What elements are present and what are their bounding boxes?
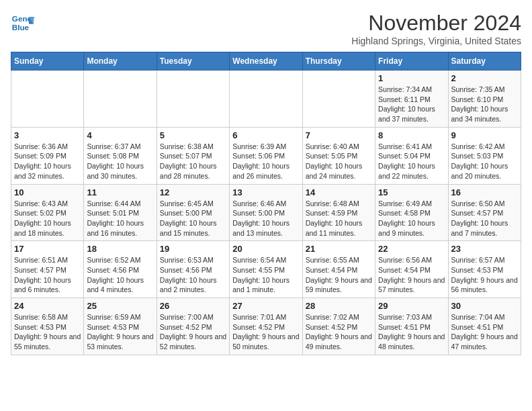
cell-info: Sunrise: 6:43 AM Sunset: 5:02 PM Dayligh… <box>14 199 81 238</box>
cell-day-number: 1 <box>378 73 445 83</box>
cell-day-number: 14 <box>306 187 372 197</box>
calendar-cell: 22Sunrise: 6:56 AM Sunset: 4:54 PM Dayli… <box>375 241 448 298</box>
calendar-cell: 20Sunrise: 6:54 AM Sunset: 4:55 PM Dayli… <box>230 241 302 298</box>
cell-day-number: 16 <box>451 187 518 197</box>
cell-day-number: 4 <box>87 130 153 140</box>
calendar-cell: 6Sunrise: 6:39 AM Sunset: 5:06 PM Daylig… <box>230 127 302 184</box>
cell-info: Sunrise: 6:40 AM Sunset: 5:05 PM Dayligh… <box>306 142 372 181</box>
calendar-cell: 23Sunrise: 6:57 AM Sunset: 4:53 PM Dayli… <box>448 241 521 298</box>
cell-info: Sunrise: 6:58 AM Sunset: 4:53 PM Dayligh… <box>14 312 81 352</box>
calendar-week-5: 24Sunrise: 6:58 AM Sunset: 4:53 PM Dayli… <box>11 298 521 355</box>
cell-info: Sunrise: 6:52 AM Sunset: 4:56 PM Dayligh… <box>87 255 153 295</box>
calendar-cell: 19Sunrise: 6:53 AM Sunset: 4:56 PM Dayli… <box>157 241 229 298</box>
calendar-cell: 24Sunrise: 6:58 AM Sunset: 4:53 PM Dayli… <box>11 298 84 355</box>
cell-day-number: 29 <box>378 301 445 311</box>
cell-info: Sunrise: 7:01 AM Sunset: 4:52 PM Dayligh… <box>232 312 299 352</box>
cell-info: Sunrise: 6:51 AM Sunset: 4:57 PM Dayligh… <box>14 255 81 295</box>
calendar-week-1: 1Sunrise: 7:34 AM Sunset: 6:11 PM Daylig… <box>11 71 521 128</box>
calendar-cell: 30Sunrise: 7:04 AM Sunset: 4:51 PM Dayli… <box>448 298 521 355</box>
cell-info: Sunrise: 6:57 AM Sunset: 4:53 PM Dayligh… <box>451 255 518 295</box>
day-header-wednesday: Wednesday <box>230 52 302 71</box>
cell-info: Sunrise: 6:42 AM Sunset: 5:03 PM Dayligh… <box>451 142 518 181</box>
calendar-cell: 16Sunrise: 6:50 AM Sunset: 4:57 PM Dayli… <box>448 184 521 241</box>
day-header-thursday: Thursday <box>302 52 375 71</box>
day-header-sunday: Sunday <box>11 52 84 71</box>
cell-day-number: 30 <box>451 301 518 311</box>
calendar-cell: 27Sunrise: 7:01 AM Sunset: 4:52 PM Dayli… <box>230 298 302 355</box>
cell-day-number: 8 <box>378 130 445 140</box>
cell-info: Sunrise: 6:53 AM Sunset: 4:56 PM Dayligh… <box>160 255 226 295</box>
cell-info: Sunrise: 6:39 AM Sunset: 5:06 PM Dayligh… <box>232 142 299 181</box>
cell-day-number: 5 <box>160 130 226 140</box>
cell-day-number: 22 <box>378 244 445 254</box>
calendar-cell: 11Sunrise: 6:44 AM Sunset: 5:01 PM Dayli… <box>84 184 157 241</box>
location: Highland Springs, Virginia, United State… <box>351 36 521 46</box>
calendar-cell <box>157 71 229 128</box>
cell-day-number: 2 <box>451 73 518 83</box>
calendar-cell <box>302 71 375 128</box>
calendar-cell: 21Sunrise: 6:55 AM Sunset: 4:54 PM Dayli… <box>302 241 375 298</box>
cell-day-number: 19 <box>160 244 226 254</box>
svg-text:Blue: Blue <box>12 23 30 32</box>
calendar-cell: 18Sunrise: 6:52 AM Sunset: 4:56 PM Dayli… <box>84 241 157 298</box>
calendar-cell <box>84 71 157 128</box>
calendar-week-2: 3Sunrise: 6:36 AM Sunset: 5:09 PM Daylig… <box>11 127 521 184</box>
cell-info: Sunrise: 7:02 AM Sunset: 4:52 PM Dayligh… <box>306 312 372 352</box>
calendar-cell <box>230 71 302 128</box>
cell-info: Sunrise: 7:03 AM Sunset: 4:51 PM Dayligh… <box>378 312 445 352</box>
cell-day-number: 6 <box>232 130 299 140</box>
cell-day-number: 26 <box>160 301 226 311</box>
cell-info: Sunrise: 6:38 AM Sunset: 5:07 PM Dayligh… <box>160 142 226 181</box>
calendar-cell: 28Sunrise: 7:02 AM Sunset: 4:52 PM Dayli… <box>302 298 375 355</box>
cell-day-number: 25 <box>87 301 153 311</box>
title-block: November 2024 Highland Springs, Virginia… <box>351 11 521 46</box>
logo-icon: General Blue <box>11 11 35 35</box>
calendar-cell: 12Sunrise: 6:45 AM Sunset: 5:00 PM Dayli… <box>157 184 229 241</box>
cell-info: Sunrise: 6:44 AM Sunset: 5:01 PM Dayligh… <box>87 199 153 238</box>
calendar-table: SundayMondayTuesdayWednesdayThursdayFrid… <box>11 52 521 355</box>
cell-info: Sunrise: 6:46 AM Sunset: 5:00 PM Dayligh… <box>232 199 299 238</box>
logo: General Blue <box>11 11 35 35</box>
cell-day-number: 13 <box>232 187 299 197</box>
day-header-tuesday: Tuesday <box>157 52 229 71</box>
page-header: General Blue November 2024 Highland Spri… <box>11 11 521 46</box>
calendar-cell: 9Sunrise: 6:42 AM Sunset: 5:03 PM Daylig… <box>448 127 521 184</box>
day-header-friday: Friday <box>375 52 448 71</box>
cell-day-number: 20 <box>232 244 299 254</box>
calendar-cell: 4Sunrise: 6:37 AM Sunset: 5:08 PM Daylig… <box>84 127 157 184</box>
cell-info: Sunrise: 6:36 AM Sunset: 5:09 PM Dayligh… <box>14 142 81 181</box>
cell-info: Sunrise: 6:55 AM Sunset: 4:54 PM Dayligh… <box>306 255 372 295</box>
cell-info: Sunrise: 6:54 AM Sunset: 4:55 PM Dayligh… <box>232 255 299 295</box>
calendar-cell: 17Sunrise: 6:51 AM Sunset: 4:57 PM Dayli… <box>11 241 84 298</box>
cell-day-number: 11 <box>87 187 153 197</box>
calendar-cell: 3Sunrise: 6:36 AM Sunset: 5:09 PM Daylig… <box>11 127 84 184</box>
calendar-cell <box>11 71 84 128</box>
cell-day-number: 18 <box>87 244 153 254</box>
cell-info: Sunrise: 6:45 AM Sunset: 5:00 PM Dayligh… <box>160 199 226 238</box>
cell-info: Sunrise: 7:35 AM Sunset: 6:10 PM Dayligh… <box>451 85 518 124</box>
cell-day-number: 12 <box>160 187 226 197</box>
cell-info: Sunrise: 7:00 AM Sunset: 4:52 PM Dayligh… <box>160 312 226 352</box>
calendar-week-4: 17Sunrise: 6:51 AM Sunset: 4:57 PM Dayli… <box>11 241 521 298</box>
cell-info: Sunrise: 6:48 AM Sunset: 4:59 PM Dayligh… <box>306 199 372 238</box>
calendar-cell: 25Sunrise: 6:59 AM Sunset: 4:53 PM Dayli… <box>84 298 157 355</box>
calendar-cell: 1Sunrise: 7:34 AM Sunset: 6:11 PM Daylig… <box>375 71 448 128</box>
calendar-cell: 29Sunrise: 7:03 AM Sunset: 4:51 PM Dayli… <box>375 298 448 355</box>
calendar-cell: 2Sunrise: 7:35 AM Sunset: 6:10 PM Daylig… <box>448 71 521 128</box>
cell-info: Sunrise: 6:59 AM Sunset: 4:53 PM Dayligh… <box>87 312 153 352</box>
cell-day-number: 7 <box>306 130 372 140</box>
cell-day-number: 10 <box>14 187 81 197</box>
cell-day-number: 27 <box>232 301 299 311</box>
cell-info: Sunrise: 7:34 AM Sunset: 6:11 PM Dayligh… <box>378 85 445 124</box>
cell-info: Sunrise: 7:04 AM Sunset: 4:51 PM Dayligh… <box>451 312 518 352</box>
calendar-header-row: SundayMondayTuesdayWednesdayThursdayFrid… <box>11 52 521 71</box>
calendar-cell: 26Sunrise: 7:00 AM Sunset: 4:52 PM Dayli… <box>157 298 229 355</box>
day-header-saturday: Saturday <box>448 52 521 71</box>
cell-info: Sunrise: 6:37 AM Sunset: 5:08 PM Dayligh… <box>87 142 153 181</box>
calendar-cell: 15Sunrise: 6:49 AM Sunset: 4:58 PM Dayli… <box>375 184 448 241</box>
calendar-cell: 13Sunrise: 6:46 AM Sunset: 5:00 PM Dayli… <box>230 184 302 241</box>
day-header-monday: Monday <box>84 52 157 71</box>
cell-day-number: 15 <box>378 187 445 197</box>
calendar-cell: 8Sunrise: 6:41 AM Sunset: 5:04 PM Daylig… <box>375 127 448 184</box>
cell-day-number: 23 <box>451 244 518 254</box>
